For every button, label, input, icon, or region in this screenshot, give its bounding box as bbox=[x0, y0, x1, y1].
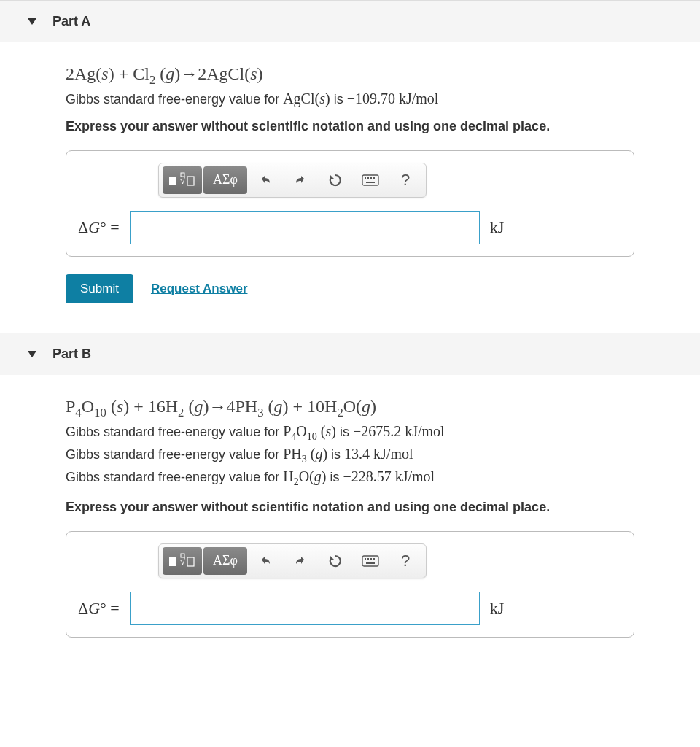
templates-button[interactable]: √ bbox=[163, 166, 202, 194]
part-a-body: 2Ag(s) + Cl2 (g)→2AgCl(s) Gibbs standard… bbox=[0, 42, 700, 333]
unit-label: kJ bbox=[490, 218, 505, 237]
svg-rect-5 bbox=[365, 177, 366, 179]
equation-toolbar: √ ΑΣφ ? bbox=[158, 163, 427, 198]
free-energy-line: Gibbs standard free-energy value for AgC… bbox=[66, 90, 634, 107]
keyboard-button[interactable] bbox=[354, 547, 387, 575]
svg-rect-9 bbox=[366, 182, 375, 183]
chevron-down-icon bbox=[28, 18, 36, 25]
svg-rect-15 bbox=[365, 558, 366, 560]
help-button[interactable]: ? bbox=[389, 547, 422, 575]
reaction-equation: P4O10 (s) + 16H2 (g)→4PH3 (g) + 10H2O(g) bbox=[66, 397, 634, 420]
redo-button[interactable] bbox=[284, 166, 317, 194]
part-b-title: Part B bbox=[52, 347, 91, 362]
part-a-header[interactable]: Part A bbox=[0, 0, 700, 42]
free-energy-line: Gibbs standard free-energy value for H2O… bbox=[66, 468, 634, 488]
reset-button[interactable] bbox=[319, 166, 352, 194]
svg-rect-17 bbox=[370, 558, 372, 560]
svg-rect-6 bbox=[368, 177, 369, 179]
svg-rect-0 bbox=[169, 177, 176, 185]
redo-button[interactable] bbox=[284, 547, 317, 575]
undo-button[interactable] bbox=[249, 166, 282, 194]
svg-rect-8 bbox=[373, 177, 375, 179]
part-b-header[interactable]: Part B bbox=[0, 333, 700, 375]
answer-input[interactable] bbox=[130, 592, 480, 625]
symbols-button[interactable]: ΑΣφ bbox=[203, 547, 247, 575]
instruction-text: Express your answer without scientific n… bbox=[66, 500, 634, 515]
equation-toolbar: √ ΑΣφ ? bbox=[158, 543, 427, 578]
request-answer-link[interactable]: Request Answer bbox=[151, 282, 248, 296]
symbols-button[interactable]: ΑΣφ bbox=[203, 166, 247, 194]
submit-button[interactable]: Submit bbox=[66, 274, 133, 303]
svg-rect-18 bbox=[373, 558, 375, 560]
answer-box: √ ΑΣφ ? bbox=[66, 150, 634, 257]
svg-rect-10 bbox=[169, 557, 176, 566]
answer-input[interactable] bbox=[130, 211, 480, 244]
free-energy-line: Gibbs standard free-energy value for PH3… bbox=[66, 446, 634, 465]
svg-rect-19 bbox=[366, 562, 375, 564]
svg-rect-16 bbox=[368, 558, 369, 560]
delta-g-label: ΔG° = bbox=[78, 599, 120, 618]
templates-button[interactable]: √ bbox=[163, 547, 202, 575]
answer-box: √ ΑΣφ ? bbox=[66, 531, 634, 638]
keyboard-button[interactable] bbox=[354, 166, 387, 194]
chevron-down-icon bbox=[28, 351, 36, 357]
free-energy-line: Gibbs standard free-energy value for P4O… bbox=[66, 423, 634, 443]
svg-rect-14 bbox=[362, 556, 378, 566]
svg-rect-4 bbox=[362, 175, 378, 185]
unit-label: kJ bbox=[490, 599, 505, 618]
undo-button[interactable] bbox=[249, 547, 282, 575]
svg-rect-7 bbox=[370, 177, 372, 179]
part-b-body: P4O10 (s) + 16H2 (g)→4PH3 (g) + 10H2O(g)… bbox=[0, 375, 700, 645]
delta-g-label: ΔG° = bbox=[78, 218, 120, 237]
help-button[interactable]: ? bbox=[389, 166, 422, 194]
svg-rect-12 bbox=[187, 557, 194, 566]
reset-button[interactable] bbox=[319, 547, 352, 575]
reaction-equation: 2Ag(s) + Cl2 (g)→2AgCl(s) bbox=[66, 64, 634, 88]
svg-rect-2 bbox=[187, 177, 194, 185]
instruction-text: Express your answer without scientific n… bbox=[66, 119, 634, 134]
part-a-title: Part A bbox=[52, 14, 90, 29]
